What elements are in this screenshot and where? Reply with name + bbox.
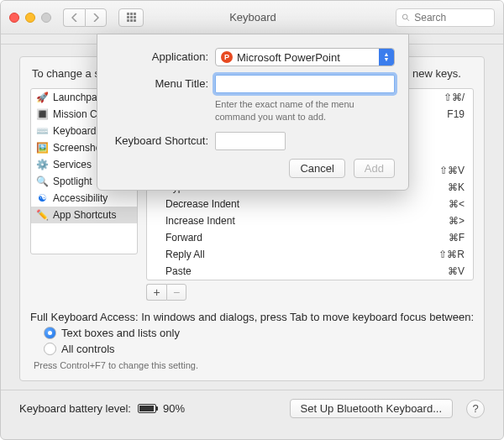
mission-control-icon: 🔳: [36, 108, 48, 120]
titlebar: Keyboard: [1, 1, 503, 34]
window-controls: [9, 13, 51, 23]
services-icon: ⚙️: [36, 159, 48, 170]
preferences-window: Keyboard To change a shortcut, select it…: [0, 0, 504, 440]
application-label: Application:: [111, 48, 208, 63]
table-row[interactable]: Forward⌘F: [147, 229, 473, 246]
application-select[interactable]: P Microsoft PowerPoint ▲▼: [215, 48, 395, 66]
sidebar-item-label: App Shortcuts: [53, 209, 116, 221]
svg-line-1: [407, 18, 409, 21]
help-button[interactable]: ?: [466, 400, 485, 418]
cancel-button[interactable]: Cancel: [289, 159, 344, 178]
sidebar-item-label: Keyboard: [53, 125, 96, 137]
fka-note: Press Control+F7 to change this setting.: [34, 360, 474, 370]
battery-percent: 90%: [163, 402, 185, 415]
close-icon[interactable]: [9, 13, 19, 23]
remove-button[interactable]: −: [166, 284, 186, 301]
forward-button[interactable]: [85, 8, 107, 27]
bluetooth-keyboard-button[interactable]: Set Up Bluetooth Keyboard...: [290, 399, 453, 418]
powerpoint-icon: P: [221, 51, 233, 63]
add-confirm-button[interactable]: Add: [354, 159, 395, 178]
show-all-button[interactable]: [118, 8, 144, 27]
radio-label: Text boxes and lists only: [61, 327, 180, 339]
keyboard-shortcut-label: Keyboard Shortcut:: [111, 132, 208, 147]
menu-title-input[interactable]: [215, 75, 395, 93]
search-icon: [402, 13, 410, 23]
grid-icon: [127, 13, 136, 22]
table-row[interactable]: Increase Indent⌘>: [147, 212, 473, 229]
minimize-icon[interactable]: [25, 13, 35, 23]
radio-label: All controls: [61, 343, 115, 355]
fka-option-text-boxes[interactable]: Text boxes and lists only: [44, 327, 474, 339]
svg-point-0: [402, 14, 407, 19]
zoom-icon: [41, 13, 51, 23]
table-row[interactable]: Paste⌘V: [147, 263, 473, 280]
app-shortcuts-icon: ✏️: [36, 209, 48, 221]
keyboard-icon: ⌨️: [36, 125, 48, 137]
radio-icon[interactable]: [44, 327, 56, 339]
add-button[interactable]: +: [146, 284, 166, 301]
footer: Keyboard battery level: 90% Set Up Bluet…: [1, 390, 503, 427]
search-input[interactable]: [414, 12, 489, 24]
sidebar-item-label: Services: [53, 159, 92, 170]
table-row[interactable]: Reply All⇧⌘R: [147, 246, 473, 263]
chevron-updown-icon: ▲▼: [379, 49, 394, 65]
sidebar-item-app-shortcuts[interactable]: ✏️App Shortcuts: [31, 207, 137, 223]
window-title: Keyboard: [150, 11, 389, 24]
search-field[interactable]: [396, 8, 495, 27]
back-button[interactable]: [63, 8, 85, 27]
add-shortcut-sheet: Application: P Microsoft PowerPoint ▲▼ M…: [97, 34, 409, 191]
battery-icon: [138, 404, 156, 413]
radio-icon[interactable]: [44, 343, 56, 355]
launchpad-icon: 🚀: [36, 92, 48, 103]
accessibility-icon: ☯: [36, 192, 48, 204]
sidebar-item-label: Accessibility: [53, 192, 108, 204]
keyboard-shortcut-input[interactable]: [215, 132, 286, 150]
application-value: Microsoft PowerPoint: [237, 51, 340, 64]
fka-option-all-controls[interactable]: All controls: [44, 343, 474, 355]
menu-title-label: Menu Title:: [111, 75, 208, 90]
sidebar-item-accessibility[interactable]: ☯Accessibility: [31, 190, 137, 207]
battery-label: Keyboard battery level:: [19, 402, 131, 415]
screenshots-icon: 🖼️: [36, 142, 48, 154]
full-keyboard-access-label: Full Keyboard Access: In windows and dia…: [30, 311, 474, 323]
table-row[interactable]: Decrease Indent⌘<: [147, 196, 473, 212]
add-remove-buttons: + −: [146, 284, 474, 301]
spotlight-icon: 🔍: [36, 175, 48, 187]
sidebar-item-label: Spotlight: [53, 175, 92, 187]
menu-title-helper: Enter the exact name of the menu command…: [215, 98, 395, 123]
nav-back-forward: [63, 8, 107, 27]
